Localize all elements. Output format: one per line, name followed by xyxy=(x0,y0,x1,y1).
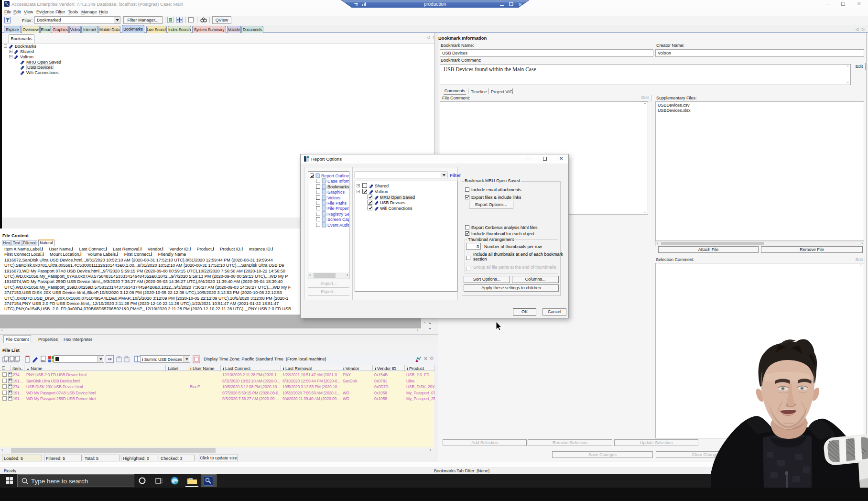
svg-text:production: production xyxy=(424,1,446,7)
svg-text:⇉: ⇉ xyxy=(354,2,358,7)
svg-text:✕: ✕ xyxy=(518,2,522,7)
svg-text:wc: wc xyxy=(41,359,45,362)
